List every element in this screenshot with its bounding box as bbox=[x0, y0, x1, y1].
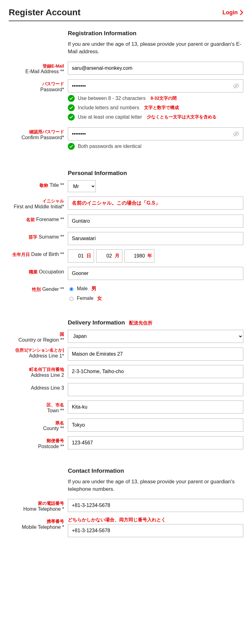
county-jp-annotation: 県名 bbox=[9, 420, 64, 426]
mobile-tel-note-jp: どちらかしかない場合、両方同じ番号入れとく bbox=[68, 517, 243, 523]
addr1-label: Address Line 1* bbox=[9, 353, 64, 359]
password-rule-capital: Use at least one capital letter 少なくとも一文字… bbox=[68, 114, 243, 121]
email-jp-annotation: 登録E-Mail bbox=[9, 64, 64, 69]
title-jp-annotation: 敬称 bbox=[40, 183, 48, 188]
section-contact-note: If you are under the age of 13, please p… bbox=[68, 478, 243, 493]
addr3-label: Address Line 3 bbox=[9, 385, 64, 391]
email-label: E-Mail Address ** bbox=[9, 69, 64, 75]
occupation-jp-annotation: 職業 bbox=[29, 269, 38, 274]
section-contact-title: Contact Information bbox=[68, 467, 243, 474]
section-registration-title: Registration Information bbox=[68, 30, 243, 37]
town-jp-annotation: 区、市名 bbox=[9, 402, 64, 408]
eye-off-icon[interactable] bbox=[233, 83, 240, 89]
title-label: Title ** bbox=[49, 182, 64, 188]
occupation-label: Occupation bbox=[39, 269, 64, 274]
home-tel-input[interactable] bbox=[68, 499, 243, 512]
occupation-input[interactable] bbox=[68, 267, 243, 280]
password-rule-match: Both passwords are identical bbox=[68, 143, 243, 150]
surname-input[interactable] bbox=[68, 232, 243, 245]
addr2-jp-annotation: 町名何丁目何番地 bbox=[9, 367, 64, 372]
check-icon bbox=[68, 104, 75, 111]
gender-female-radio[interactable] bbox=[69, 297, 73, 301]
addr1-jp-annotation: 住所1(マンション名とか) bbox=[9, 348, 64, 353]
mobile-tel-input[interactable] bbox=[68, 524, 243, 537]
dob-year-jp: 年 bbox=[147, 253, 152, 259]
surname-jp-annotation: 苗字 bbox=[29, 234, 37, 239]
country-label: Country or Region ** bbox=[9, 337, 64, 343]
surname-label: Surname ** bbox=[39, 234, 64, 239]
dob-day-jp: 日 bbox=[86, 253, 91, 259]
postcode-label: Postcode ** bbox=[9, 443, 64, 450]
email-input[interactable] bbox=[68, 62, 243, 75]
password-input[interactable] bbox=[68, 79, 243, 92]
check-icon bbox=[68, 143, 75, 150]
dob-label: Date of Birth ** bbox=[31, 252, 64, 257]
section-delivery-jp: 配送先住所 bbox=[129, 320, 152, 325]
login-link-label: Login bbox=[222, 9, 238, 16]
check-icon bbox=[68, 114, 75, 121]
mobile-tel-label: Mobile Telephone * bbox=[9, 524, 64, 531]
forename-label: Forename ** bbox=[36, 217, 64, 222]
country-select[interactable]: Japan bbox=[68, 330, 243, 343]
gender-male-option[interactable]: Male 男 bbox=[68, 286, 243, 292]
confirm-password-label: Confirm Password* bbox=[9, 135, 64, 141]
section-registration-note: If you are under the age of 13, please p… bbox=[68, 40, 243, 55]
title-select[interactable]: Mr bbox=[68, 180, 96, 192]
chevron-right-icon bbox=[240, 10, 243, 15]
dob-jp-annotation: 生年月日 bbox=[12, 252, 30, 257]
gender-jp-annotation: 性別 bbox=[32, 287, 41, 292]
addr2-label: Address Line 2 bbox=[9, 372, 64, 379]
password-rule-length: Use between 8 - 32 characters 8-32文字の間 bbox=[68, 95, 243, 102]
home-tel-label: Home Telephone * bbox=[9, 506, 64, 513]
confirm-password-jp-annotation: 確認用パスワード bbox=[9, 129, 64, 135]
addr3-input[interactable] bbox=[68, 383, 243, 396]
password-label: Password* bbox=[9, 87, 64, 93]
forename-jp-annotation: 名前 bbox=[26, 217, 35, 222]
check-icon bbox=[68, 95, 75, 102]
country-jp-annotation: 国 bbox=[9, 332, 64, 337]
addr1-input[interactable] bbox=[68, 348, 243, 361]
section-delivery-title: Delivery Information 配送先住所 bbox=[68, 319, 243, 326]
postcode-jp-annotation: 郵便番号 bbox=[9, 438, 64, 443]
gender-female-option[interactable]: Female 女 bbox=[68, 295, 243, 302]
postcode-input[interactable] bbox=[68, 436, 243, 449]
town-label: Town ** bbox=[9, 408, 64, 414]
password-rule-alnum: Include letters and numbers 文字と数字で構成 bbox=[68, 104, 243, 111]
section-personal-title: Personal Information bbox=[68, 170, 243, 177]
home-tel-jp-annotation: 家の電話番号 bbox=[9, 501, 64, 506]
town-input[interactable] bbox=[68, 400, 243, 414]
mobile-tel-jp-annotation: 携帯番号 bbox=[9, 519, 64, 524]
addr2-input[interactable] bbox=[68, 365, 243, 378]
gender-label: Gender ** bbox=[42, 286, 64, 292]
confirm-password-input[interactable] bbox=[68, 127, 243, 140]
initial-input[interactable] bbox=[68, 197, 243, 210]
page-title: Register Account bbox=[9, 7, 81, 17]
initial-label: First and Middle Initial* bbox=[9, 204, 64, 210]
password-jp-annotation: パスワード bbox=[9, 81, 64, 87]
page-header: Register Account Login bbox=[9, 7, 243, 21]
login-link[interactable]: Login bbox=[222, 9, 243, 16]
gender-male-radio[interactable] bbox=[69, 287, 73, 291]
initial-jp-annotation: イニシャル bbox=[9, 198, 64, 204]
dob-month-jp: 月 bbox=[115, 253, 119, 259]
eye-off-icon[interactable] bbox=[233, 130, 240, 137]
county-label: County ** bbox=[9, 425, 64, 432]
county-input[interactable] bbox=[68, 419, 243, 432]
forename-input[interactable] bbox=[68, 215, 243, 228]
